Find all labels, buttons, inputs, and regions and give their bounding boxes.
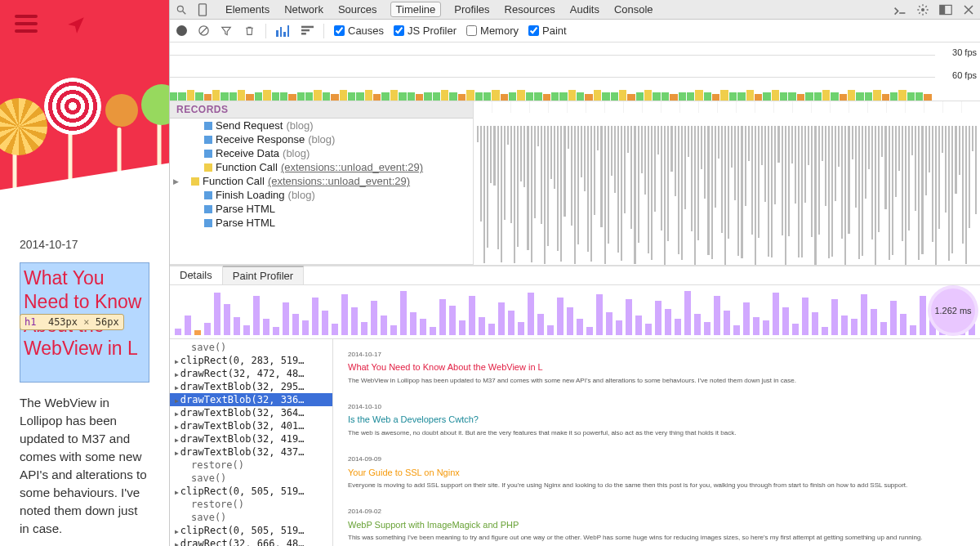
hero	[0, 0, 169, 208]
page-left: 2014-10-17 What You Need to Know About t…	[0, 0, 169, 546]
record-row[interactable]: ▶ Function Call (extensions::unload_even…	[170, 174, 473, 188]
record-button[interactable]	[176, 25, 187, 36]
gear-icon[interactable]	[916, 3, 929, 16]
drawer-icon[interactable]	[893, 3, 906, 16]
causes-checkbox[interactable]: Causes	[334, 25, 384, 37]
clear-icon[interactable]	[197, 25, 210, 38]
records-header: RECORDS	[170, 101, 473, 119]
time-badge: 1.262 ms	[931, 289, 975, 333]
svg-line-8	[200, 28, 207, 34]
tab-audits[interactable]: Audits	[568, 2, 601, 17]
records-list[interactable]: Send Request (blog) Receive Response (bl…	[170, 119, 473, 265]
record-row[interactable]: Receive Data (blog)	[170, 146, 473, 160]
close-icon[interactable]	[962, 3, 975, 16]
devtools-panel: ElementsNetworkSourcesTimelineProfilesRe…	[169, 0, 980, 546]
element-tooltip: h1 453px × 56px	[20, 314, 124, 330]
devtools-topbar: ElementsNetworkSourcesTimelineProfilesRe…	[170, 0, 980, 20]
tab-elements[interactable]: Elements	[224, 2, 271, 17]
tab-sources[interactable]: Sources	[336, 2, 379, 17]
paint-cmd-row[interactable]: save()	[170, 472, 332, 485]
paint-cmd-row[interactable]: ▶drawTextBlob(32, 336…	[170, 393, 332, 406]
tab-console[interactable]: Console	[612, 2, 655, 17]
devtools-tabs: ElementsNetworkSourcesTimelineProfilesRe…	[224, 2, 655, 17]
svg-rect-2	[199, 3, 207, 15]
view-bars-icon[interactable]	[276, 25, 291, 37]
paint-cmd-row[interactable]: restore()	[170, 498, 332, 511]
svg-rect-11	[301, 33, 306, 35]
fps-labels: 30 fps60 fps	[952, 47, 977, 93]
paint-preview: 2014-10-17What You Need to Know About th…	[333, 339, 980, 546]
paint-cmd-row[interactable]: save()	[170, 511, 332, 524]
menu-icon[interactable]	[15, 15, 38, 33]
record-row[interactable]: Parse HTML	[170, 202, 473, 216]
paint-cmd-row[interactable]: ▶clipRect(0, 505, 519…	[170, 524, 332, 537]
inspect-icon[interactable]	[175, 3, 188, 16]
detail-tabs: DetailsPaint Profiler	[170, 266, 980, 285]
device-icon[interactable]	[196, 3, 209, 16]
flame-chart[interactable]	[474, 101, 980, 265]
paint-cmd-row[interactable]: ▶drawRect(32, 666, 48…	[170, 537, 332, 546]
paint-cmd-row[interactable]: ▶clipRect(0, 283, 519…	[170, 354, 332, 367]
paint-cmd-row[interactable]: ▶drawTextBlob(32, 295…	[170, 380, 332, 393]
paint-cmd-row[interactable]: ▶drawRect(32, 472, 48…	[170, 367, 332, 380]
record-row[interactable]: Function Call (extensions::unload_event:…	[170, 160, 473, 174]
svg-rect-9	[301, 26, 314, 29]
post-list: 2014-10-17 What You Need to Know About t…	[0, 208, 169, 546]
record-row[interactable]: Parse HTML	[170, 216, 473, 230]
highlighted-element[interactable]: What You Need to Know About the WebView …	[20, 262, 149, 383]
paint-cmd-row[interactable]: restore()	[170, 459, 332, 472]
paint-cmd-row[interactable]: ▶drawTextBlob(32, 364…	[170, 406, 332, 419]
jsprofiler-checkbox[interactable]: JS Profiler	[394, 25, 457, 37]
memory-checkbox[interactable]: Memory	[466, 25, 519, 37]
view-flame-icon[interactable]	[301, 25, 314, 38]
svg-line-1	[183, 11, 186, 14]
record-row[interactable]: Finish Loading (blog)	[170, 188, 473, 202]
tab-resources[interactable]: Resources	[503, 2, 557, 17]
tab-profiles[interactable]: Profiles	[452, 2, 491, 17]
subtab-details[interactable]: Details	[170, 266, 223, 284]
svg-rect-10	[301, 29, 310, 32]
record-row[interactable]: Receive Response (blog)	[170, 132, 473, 146]
paint-profiler-chart[interactable]: 1.262 ms	[170, 285, 980, 339]
records-pane: RECORDS Send Request (blog) Receive Resp…	[170, 101, 474, 265]
svg-rect-6	[940, 5, 945, 14]
location-icon[interactable]	[65, 15, 87, 36]
tab-network[interactable]: Network	[283, 2, 325, 17]
filter-icon[interactable]	[220, 25, 233, 38]
post-body: The WebView in Lollipop has been updated…	[20, 394, 149, 538]
paint-cmd-row[interactable]: ▶drawTextBlob(32, 419…	[170, 432, 332, 445]
paint-checkbox[interactable]: Paint	[528, 25, 567, 37]
timeline-toolbar: Causes JS Profiler Memory Paint	[170, 20, 980, 43]
subtab-paint-profiler[interactable]: Paint Profiler	[223, 266, 304, 284]
svg-point-4	[921, 8, 924, 11]
paint-cmd-row[interactable]: ▶drawTextBlob(32, 437…	[170, 445, 332, 459]
trash-icon[interactable]	[243, 25, 256, 38]
paint-cmd-row[interactable]: ▶drawTextBlob(32, 401…	[170, 419, 332, 432]
record-row[interactable]: Send Request (blog)	[170, 119, 473, 132]
dock-icon[interactable]	[939, 3, 952, 16]
paint-cmd-row[interactable]: ▶clipRect(0, 505, 519…	[170, 485, 332, 498]
post-date: 2014-10-17	[20, 238, 149, 251]
paint-cmd-row[interactable]: save()	[170, 341, 332, 354]
tab-timeline[interactable]: Timeline	[390, 2, 442, 17]
flame-pane[interactable]	[474, 101, 980, 265]
svg-point-0	[177, 6, 183, 11]
overview-strip[interactable]: 30 fps60 fps	[170, 43, 980, 101]
paint-command-tree[interactable]: save()▶clipRect(0, 283, 519…▶drawRect(32…	[170, 339, 333, 546]
